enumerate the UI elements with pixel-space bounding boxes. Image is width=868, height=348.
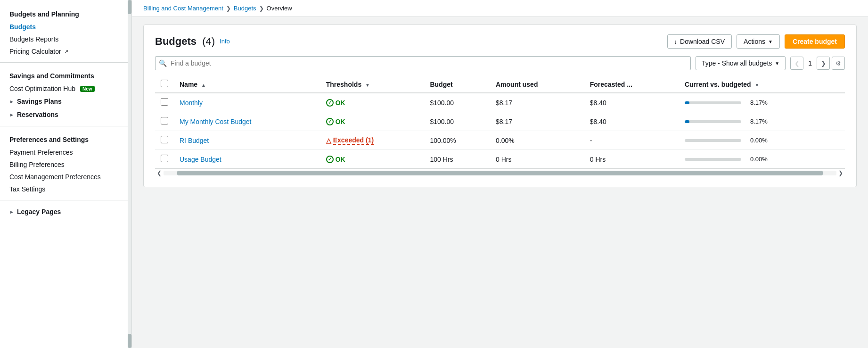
status-ok: ✓OK [326,156,419,163]
progress-bar [685,158,741,161]
new-badge: New [80,86,95,92]
info-link[interactable]: Info [220,38,230,45]
budget-name-link[interactable]: My Monthly Cost Budget [180,118,252,125]
budget-amount: 100.00% [424,131,490,150]
next-page-button[interactable]: ❯ [817,57,830,70]
sort-asc-icon: ▲ [201,83,206,88]
budget-amount: $100.00 [424,93,490,112]
table-row: Usage Budget✓OK100 Hrs0 Hrs0 Hrs 0.00% [155,150,845,169]
amount-used: $8.17 [490,112,584,131]
horizontal-scrollbar[interactable]: ❮ ❯ [155,168,845,177]
progress-percent-label: 8.17% [749,99,768,106]
sidebar-item-reservations[interactable]: ► Reservations [0,108,131,121]
budget-amount: 100 Hrs [424,150,490,169]
forecasted-amount: 0 Hrs [584,150,679,169]
budget-name-link[interactable]: Monthly [180,99,203,107]
gear-icon: ⚙ [835,60,841,67]
sidebar-item-pricing-calculator[interactable]: Pricing Calculator ↗ [0,45,131,58]
forecasted-amount: $8.40 [584,112,679,131]
sidebar-section-savings: Savings and Commitments [0,67,131,83]
budget-amount: $100.00 [424,112,490,131]
col-budget: Budget [424,76,490,93]
search-icon: 🔍 [159,59,167,67]
row-checkbox[interactable] [161,155,168,162]
col-forecasted: Forecasted ... [584,76,679,93]
sort-desc-icon: ▼ [365,83,370,88]
search-box: 🔍 [155,56,691,70]
card-header: Budgets (4) Info ↓ Download CSV Actions … [155,34,845,49]
col-current-vs-budgeted[interactable]: Current vs. budgeted ▼ [679,76,845,93]
row-checkbox[interactable] [161,98,168,106]
sidebar-item-savings-plans[interactable]: ► Savings Plans [0,95,131,108]
progress-area: 8.17% [685,118,839,125]
prev-page-button[interactable]: ❮ [790,57,803,70]
progress-percent-label: 0.00% [749,137,768,144]
download-csv-button[interactable]: ↓ Download CSV [667,34,732,49]
budget-count: (4) [202,35,215,47]
budgets-table: Name ▲ Thresholds ▼ Budget Amount used F… [155,76,845,168]
col-thresholds[interactable]: Thresholds ▼ [320,76,425,93]
current-vs-budgeted: 0.00% [679,150,845,169]
page-content: Budgets (4) Info ↓ Download CSV Actions … [132,17,868,195]
chevron-down-icon: ▼ [768,39,773,44]
sidebar-item-billing-preferences[interactable]: Billing Preferences [0,158,131,171]
budgets-card: Budgets (4) Info ↓ Download CSV Actions … [143,25,857,187]
select-all-checkbox[interactable] [161,80,168,87]
col-name[interactable]: Name ▲ [174,76,320,93]
amount-used: 0.00% [490,131,584,150]
budget-name-link[interactable]: RI Budget [180,137,209,144]
legacy-pages-label: Legacy Pages [17,208,61,215]
row-checkbox[interactable] [161,117,168,124]
sidebar-item-cost-management-preferences[interactable]: Cost Management Preferences [0,171,131,183]
page-title: Budgets (4) [155,35,215,48]
scroll-left-button[interactable]: ❮ [155,170,164,176]
check-circle-icon: ✓ [326,99,334,107]
progress-area: 8.17% [685,99,839,106]
budget-name-link[interactable]: Usage Budget [180,156,221,163]
external-link-icon: ↗ [64,49,68,55]
sidebar-item-budgets[interactable]: Budgets [0,21,131,33]
sort-desc-icon-cvb: ▼ [755,83,760,88]
sidebar-item-tax-settings[interactable]: Tax Settings [0,183,131,195]
table-row: RI Budget△Exceeded (1)100.00%0.00%- 0.00… [155,131,845,150]
download-icon: ↓ [674,38,678,45]
status-ok: ✓OK [326,99,419,107]
sidebar-item-payment-preferences[interactable]: Payment Preferences [0,146,131,158]
filter-row: 🔍 Type - Show all budgets ▼ ❮ 1 ❯ ⚙ [155,56,845,70]
savings-plans-label: Savings Plans [17,98,62,105]
select-all-col [155,76,174,93]
row-checkbox[interactable] [161,136,168,143]
scrollbar-thumb [128,0,131,14]
breadcrumb: Billing and Cost Management ❯ Budgets ❯ … [132,0,868,17]
current-vs-budgeted: 8.17% [679,93,845,112]
status-exceeded: △Exceeded (1) [326,136,419,145]
sidebar-item-cost-optimization-hub[interactable]: Cost Optimization Hub New [0,83,131,95]
sidebar-section-budgets-planning: Budgets and Planning [0,6,131,21]
actions-button[interactable]: Actions ▼ [737,34,780,49]
breadcrumb-billing[interactable]: Billing and Cost Management [143,5,223,12]
sidebar-item-legacy-pages[interactable]: ► Legacy Pages [0,205,131,218]
sidebar-section-preferences: Preferences and Settings [0,131,131,146]
cost-optimization-hub-label: Cost Optimization Hub [9,85,75,92]
reservations-label: Reservations [17,111,58,118]
page-number: 1 [805,59,815,67]
table-container: Name ▲ Thresholds ▼ Budget Amount used F… [155,76,845,177]
table-settings-button[interactable]: ⚙ [832,57,845,70]
warning-icon: △ [326,137,331,144]
col-amount-used: Amount used [490,76,584,93]
progress-bar [685,101,741,104]
breadcrumb-budgets[interactable]: Budgets [234,5,256,12]
search-input[interactable] [155,56,691,70]
filter-chevron-icon: ▼ [775,61,779,66]
create-budget-button[interactable]: Create budget [785,34,845,49]
progress-bar [685,139,741,142]
sidebar-scrollbar[interactable] [128,0,131,348]
type-filter-button[interactable]: Type - Show all budgets ▼ [696,56,786,70]
sidebar-item-budgets-reports[interactable]: Budgets Reports [0,33,131,45]
breadcrumb-sep-2: ❯ [259,5,264,12]
progress-area: 0.00% [685,137,839,144]
exceeded-label: Exceeded (1) [333,136,374,145]
scroll-right-button[interactable]: ❯ [836,170,845,176]
progress-bar-fill [685,101,689,104]
chevron-right-icon: ► [9,99,14,104]
